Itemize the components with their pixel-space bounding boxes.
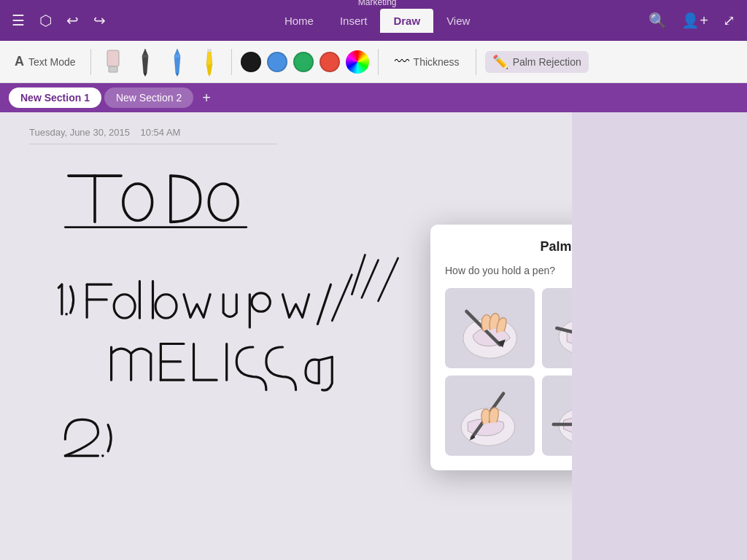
section-tab-2[interactable]: New Section 2 [104, 88, 193, 108]
eraser-tool[interactable] [100, 46, 126, 78]
color-blue[interactable] [267, 52, 287, 72]
add-user-icon[interactable]: 👤+ [681, 12, 708, 29]
note-area: Tuesday, June 30, 2015 10:54 AM [0, 112, 572, 560]
item2-text [65, 419, 111, 456]
tab-draw[interactable]: Draw [380, 9, 433, 33]
nav-left: ☰ ⬡ ↩ ↪ [12, 12, 106, 29]
divider-4 [476, 49, 476, 75]
nav-right: 🔍 👤+ ⤢ [649, 12, 735, 29]
svg-rect-2 [142, 55, 148, 58]
color-black[interactable] [241, 52, 261, 72]
svg-point-19 [252, 293, 270, 311]
color-green[interactable] [293, 52, 314, 72]
sidebar-toggle-icon[interactable]: ⬡ [39, 12, 52, 29]
tabs-row: New Section 1 New Section 2 + [0, 83, 747, 112]
svg-point-7 [123, 184, 152, 221]
svg-point-18 [155, 295, 177, 319]
add-section-button[interactable]: + [196, 88, 217, 108]
svg-point-31 [101, 454, 104, 457]
search-icon[interactable]: 🔍 [649, 12, 667, 29]
svg-line-29 [319, 357, 332, 361]
thickness-button[interactable]: 〰 Thickness [387, 50, 467, 73]
text-mode-button[interactable]: A Text Mode [9, 51, 82, 72]
svg-line-22 [352, 255, 365, 295]
tab-home[interactable]: Home [271, 9, 327, 33]
section-tab-1[interactable]: New Section 1 [9, 88, 101, 108]
redo-icon[interactable]: ↪ [93, 12, 106, 29]
fullscreen-icon[interactable]: ⤢ [723, 12, 735, 29]
note-date: Tuesday, June 30, 2015 10:54 AM [29, 127, 277, 144]
svg-rect-1 [109, 66, 117, 72]
text-mode-label: Text Mode [28, 56, 76, 68]
main-content: Tuesday, June 30, 2015 10:54 AM [0, 112, 747, 560]
highlighter-tool[interactable] [196, 46, 222, 78]
divider-3 [378, 49, 379, 75]
grip-option-1[interactable] [445, 288, 535, 368]
svg-line-23 [362, 260, 379, 298]
thickness-label: Thickness [414, 56, 460, 68]
color-wheel[interactable] [346, 50, 369, 74]
color-red[interactable] [320, 52, 340, 72]
svg-point-8 [209, 184, 238, 221]
grip-option-4[interactable] [445, 376, 535, 456]
svg-rect-0 [107, 50, 119, 66]
svg-line-20 [317, 284, 330, 324]
svg-line-21 [332, 275, 352, 321]
svg-rect-4 [207, 49, 212, 52]
nav-center: Marketing Home Insert Draw View [106, 9, 649, 33]
toolbar: A Text Mode [0, 41, 747, 83]
nav-bar: ☰ ⬡ ↩ ↪ Marketing Home Insert Draw View … [0, 0, 747, 41]
palm-rejection-button[interactable]: ✏️ Palm Rejection [485, 51, 589, 73]
grip-option-2[interactable] [542, 288, 572, 368]
thickness-icon: 〰 [395, 53, 409, 70]
melissa-text [112, 343, 333, 390]
palm-popup-subtitle: How do you hold a pen? [445, 265, 572, 276]
app-title: Marketing [358, 0, 397, 7]
svg-point-15 [114, 295, 135, 319]
svg-point-12 [65, 313, 68, 316]
hamburger-icon[interactable]: ☰ [12, 12, 25, 29]
todo-text [65, 176, 246, 227]
undo-icon[interactable]: ↩ [66, 12, 79, 29]
palm-popup-title: Palm Rejection [445, 239, 572, 254]
grip-option-5[interactable] [542, 376, 572, 456]
followup-text [58, 255, 398, 327]
pen-tool-blue[interactable] [164, 46, 190, 78]
palm-rejection-label: Palm Rejection [513, 56, 581, 68]
tab-insert[interactable]: Insert [327, 9, 381, 33]
grip-grid [445, 288, 572, 456]
text-mode-icon: A [15, 54, 24, 69]
tab-view[interactable]: View [433, 9, 483, 33]
palm-rejection-icon: ✏️ [492, 54, 508, 70]
right-panel [572, 112, 747, 560]
divider-1 [90, 49, 91, 75]
svg-rect-3 [174, 55, 180, 58]
divider-2 [231, 49, 232, 75]
svg-line-24 [378, 258, 398, 301]
palm-rejection-popup: Palm Rejection How do you hold a pen? [430, 225, 572, 470]
pen-tool-dark[interactable] [132, 46, 158, 78]
